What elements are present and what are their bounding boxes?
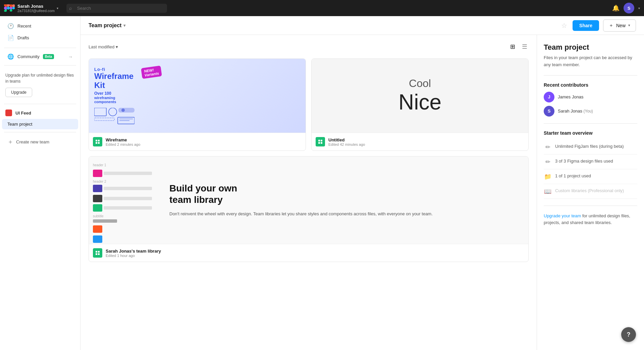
file-card-wireframe[interactable]: Lo-fi Wireframe Kit Over 100 wireframing… bbox=[89, 58, 306, 151]
create-team-button[interactable]: ＋ Create new team bbox=[2, 135, 78, 148]
svg-rect-15 bbox=[96, 142, 97, 144]
sort-button[interactable]: Last modified ▾ bbox=[89, 44, 118, 49]
starter-figjam-text: Unlimited FigJam files (during beta) bbox=[555, 143, 624, 150]
untitled-thumb: Cool Nice bbox=[312, 59, 528, 133]
new-label: New bbox=[616, 23, 626, 28]
starter-item-projects: 📁 1 of 1 project used bbox=[544, 169, 637, 184]
svg-point-6 bbox=[109, 108, 117, 116]
untitled-nice-text: Nice bbox=[398, 90, 441, 115]
view-list-button[interactable]: ☰ bbox=[521, 42, 529, 52]
file-info-library: Sarah Jonas's team library Edited 1 hour… bbox=[89, 244, 528, 262]
star-button[interactable]: ☆ bbox=[560, 20, 569, 31]
sidebar-nav: 🕐 Recent 📄 Drafts bbox=[0, 19, 80, 45]
user-menu-chevron-icon: ▾ bbox=[57, 6, 58, 10]
svg-point-3 bbox=[12, 7, 15, 9]
upgrade-team-text: Upgrade your team for unlimited design f… bbox=[544, 213, 637, 227]
file-info-wireframe: Wireframe Edited 2 minutes ago bbox=[89, 133, 306, 150]
recent-icon: 🕐 bbox=[7, 23, 14, 29]
sidebar-item-drafts[interactable]: 📄 Drafts bbox=[2, 32, 78, 44]
beta-badge: Beta bbox=[43, 54, 54, 59]
svg-rect-22 bbox=[98, 251, 100, 253]
svg-rect-2 bbox=[10, 7, 12, 9]
contributor-avatar-james: J bbox=[544, 92, 554, 102]
file-info-untitled: Untitled Edited 42 minutes ago bbox=[312, 133, 528, 150]
community-left: 🌐 Community Beta bbox=[7, 53, 54, 60]
files-grid: Lo-fi Wireframe Kit Over 100 wireframing… bbox=[89, 58, 529, 262]
contributor-avatar-sarah: S bbox=[544, 106, 554, 117]
drafts-icon: 📄 bbox=[7, 35, 14, 41]
sidebar-item-community[interactable]: 🌐 Community Beta → bbox=[2, 51, 78, 62]
svg-rect-7 bbox=[118, 108, 135, 113]
upgrade-team-link[interactable]: Upgrade your team bbox=[544, 213, 581, 218]
file-details-untitled: Untitled Edited 42 minutes ago bbox=[328, 137, 365, 146]
design-files-icon: ✏ bbox=[544, 158, 552, 166]
upgrade-button[interactable]: Upgrade bbox=[5, 88, 32, 97]
file-card-untitled[interactable]: Cool Nice bbox=[311, 58, 529, 151]
file-thumbnail-library: header 1 header 2 bbox=[89, 157, 528, 244]
contributor-sarah: S Sarah Jonas (You) bbox=[544, 106, 637, 117]
contributor-you: (You) bbox=[584, 109, 593, 114]
sidebar-divider-1 bbox=[4, 48, 76, 48]
file-icon-untitled bbox=[316, 137, 325, 146]
sidebar: 🕐 Recent 📄 Drafts 🌐 Community Beta → Upg… bbox=[0, 16, 80, 350]
panel-divider-3 bbox=[544, 206, 637, 206]
file-modified-untitled: Edited 42 minutes ago bbox=[328, 142, 365, 146]
create-team-label: Create new team bbox=[16, 139, 49, 144]
user-menu[interactable]: Sarah Jonas 2a73181f@uifeed.com ▾ bbox=[17, 4, 58, 13]
main-header: Team project ▾ ☆ Share ＋ New ▾ bbox=[80, 16, 644, 35]
topbar: Sarah Jonas 2a73181f@uifeed.com ▾ ⌕ 🔔 S … bbox=[0, 0, 644, 16]
notifications-button[interactable]: 🔔 bbox=[612, 4, 620, 12]
contributor-james: J James Jonas bbox=[544, 92, 637, 102]
svg-rect-5 bbox=[94, 108, 106, 116]
right-panel: Team project Files in your team project … bbox=[537, 35, 644, 350]
search-input[interactable] bbox=[66, 4, 167, 13]
community-icon: 🌐 bbox=[7, 53, 14, 60]
starter-design-files-text: 3 of 3 Figma design files used bbox=[555, 158, 613, 165]
starter-item-design-files: ✏ 3 of 3 Figma design files used bbox=[544, 155, 637, 169]
wireframe-thumb: Lo-fi Wireframe Kit Over 100 wireframing… bbox=[89, 59, 306, 133]
svg-rect-4 bbox=[10, 9, 12, 12]
wireframe-elements bbox=[94, 108, 300, 125]
sidebar-divider-2 bbox=[4, 65, 76, 65]
content-toolbar: Last modified ▾ ⊞ ☰ bbox=[89, 42, 529, 52]
sidebar-item-team-project[interactable]: Team project bbox=[2, 119, 78, 129]
contributors-title: Recent contributors bbox=[544, 82, 637, 88]
project-title-dropdown[interactable]: Team project ▾ bbox=[89, 23, 125, 29]
help-button[interactable]: ? bbox=[621, 327, 636, 342]
wireframe-text: Lo-fi Wireframe Kit Over 100 wireframing… bbox=[94, 67, 133, 104]
sidebar-item-recent[interactable]: 🕐 Recent bbox=[2, 20, 78, 32]
svg-rect-18 bbox=[321, 140, 322, 141]
svg-rect-16 bbox=[98, 142, 100, 144]
svg-rect-9 bbox=[94, 118, 114, 121]
share-button[interactable]: Share bbox=[573, 20, 599, 31]
team-header: UI Feed bbox=[0, 107, 80, 119]
contributor-name-james: James Jonas bbox=[558, 94, 584, 99]
file-details-wireframe: Wireframe Edited 2 minutes ago bbox=[106, 137, 140, 146]
community-label: Community bbox=[17, 54, 40, 59]
new-button[interactable]: ＋ New ▾ bbox=[603, 19, 636, 32]
app-logo[interactable] bbox=[4, 3, 15, 13]
user-email: 2a73181f@uifeed.com bbox=[17, 9, 55, 13]
starter-title: Starter team overview bbox=[544, 130, 637, 136]
file-details-library: Sarah Jonas's team library Edited 1 hour… bbox=[106, 249, 161, 258]
file-card-library[interactable]: header 1 header 2 bbox=[89, 156, 529, 262]
starter-item-libraries: 📖 Custom libraries (Professional only) bbox=[544, 184, 637, 199]
svg-rect-17 bbox=[318, 140, 320, 141]
main: Team project ▾ ☆ Share ＋ New ▾ Last modi… bbox=[80, 16, 644, 350]
plus-icon: ＋ bbox=[7, 138, 13, 146]
new-plus-icon: ＋ bbox=[609, 23, 613, 29]
library-thumb: header 1 header 2 bbox=[89, 157, 528, 244]
team-project-label: Team project bbox=[7, 122, 32, 127]
svg-rect-24 bbox=[98, 253, 100, 255]
svg-point-8 bbox=[121, 108, 125, 112]
svg-rect-1 bbox=[12, 4, 15, 7]
file-icon-wireframe bbox=[93, 137, 102, 146]
file-icon-library bbox=[93, 248, 102, 258]
layout: 🕐 Recent 📄 Drafts 🌐 Community Beta → Upg… bbox=[0, 16, 644, 350]
view-grid-button[interactable]: ⊞ bbox=[509, 42, 517, 52]
panel-description: Files in your team project can be access… bbox=[544, 54, 637, 69]
avatar[interactable]: S bbox=[624, 3, 634, 13]
starter-item-figjam: ✏ Unlimited FigJam files (during beta) bbox=[544, 140, 637, 155]
content-area: Last modified ▾ ⊞ ☰ bbox=[80, 35, 537, 350]
file-name-wireframe: Wireframe bbox=[106, 137, 140, 142]
